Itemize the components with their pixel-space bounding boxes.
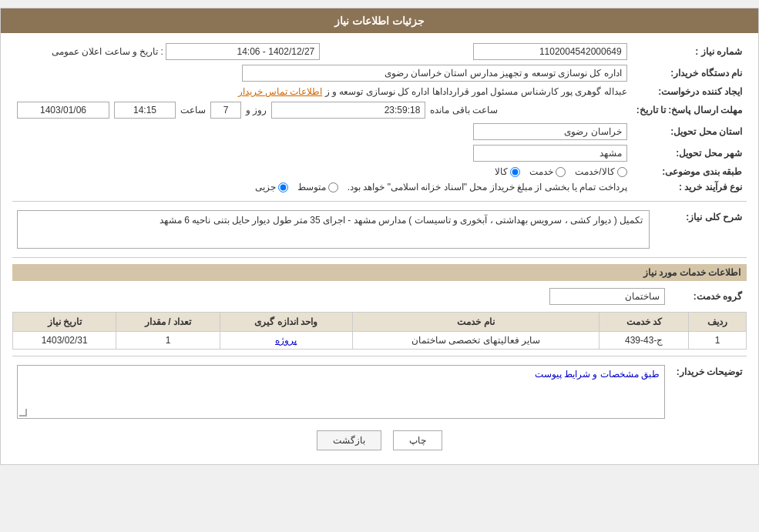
shomara-niaz-box: 1102004542000649 [473, 43, 627, 60]
button-row: چاپ بازگشت [12, 430, 747, 450]
radio-khadamat: خدمت [529, 166, 566, 177]
faravaand-value: پرداخت تمام یا بخشی از مبلغ خریداز محل "… [12, 179, 632, 195]
ostan-label: استان محل تحویل: [632, 121, 747, 142]
col-qty: تعداد / مقدار [116, 313, 220, 332]
tabaghebandi-radio-group: کالا/خدمت خدمت کالا [17, 166, 627, 177]
col-radif: ردیف [689, 313, 747, 332]
radio-kala-khadamat-input[interactable] [617, 167, 627, 177]
content-area: شماره نیاز : 1102004542000649 نام دستگاه… [1, 33, 758, 464]
group-khadamat-table: گروه خدمت: ساختمان [12, 286, 747, 307]
tarikh-box: 1402/12/27 - 14:06 [166, 43, 320, 60]
cell-radif: 1 [689, 332, 747, 350]
col-code: کد خدمت [599, 313, 689, 332]
cell-unit: پروژه [220, 332, 352, 350]
info-table: شماره نیاز : 1102004542000649 نام دستگاه… [12, 41, 747, 195]
cell-code: ج-43-439 [599, 332, 689, 350]
tarikh-text: 1402/12/27 - 14:06 [237, 46, 315, 57]
services-section-title: اطلاعات خدمات مورد نیاز [12, 264, 747, 281]
radio-mutavasit-label: متوسط [297, 182, 326, 192]
cell-name: سایر فعالیتهای تخصصی ساختمان [352, 332, 599, 350]
sharh-niaz-text: تکمیل ( دیوار کشی ، سرویس بهداشتی ، آبخو… [160, 215, 643, 226]
shomara-row: شماره نیاز : 1102004542000649 نام دستگاه… [12, 41, 747, 62]
tozihat-row: توضیحات خریدار: طبق مشخصات و شرایط پیوست [12, 363, 747, 421]
radio-mutavasit: متوسط [297, 182, 338, 192]
ijad-konande-row: ایجاد کننده درخواست: عبداله گوهری پور کا… [12, 84, 747, 99]
ijad-konande-value: عبداله گوهری پور کارشناس مسئول امور قرار… [12, 84, 632, 99]
radio-kala-label: کالا [495, 166, 508, 177]
nam-dastgah-row: نام دستگاه خریدار: اداره کل نوسازی توسعه… [12, 62, 747, 84]
saat-box: 14:15 [114, 102, 176, 119]
tozihat-table: توضیحات خریدار: طبق مشخصات و شرایط پیوست [12, 363, 747, 421]
cell-date: 1403/02/31 [13, 332, 116, 350]
table-header: ردیف کد خدمت نام خدمت واحد اندازه گیری ت… [13, 313, 747, 332]
sharh-niaz-label: شرح کلی نیاز: [654, 208, 747, 251]
sharh-niaz-box: تکمیل ( دیوار کشی ، سرویس بهداشتی ، آبخو… [17, 210, 650, 249]
faravaand-note: پرداخت تمام یا بخشی از مبلغ خریداز محل "… [348, 182, 627, 192]
faravaand-radio-group: پرداخت تمام یا بخشی از مبلغ خریداز محل "… [17, 182, 627, 192]
ostan-value: خراسان رضوی [12, 121, 632, 142]
tarikh-label-text: : تاریخ و ساعت اعلان عمومی [52, 46, 163, 57]
baghimande-text: ساعت باقی مانده [430, 105, 498, 115]
ijad-konande-label: ایجاد کننده درخواست: [632, 84, 747, 99]
faravaand-row: نوع فرآیند خرید : پرداخت تمام یا بخشی از… [12, 179, 747, 195]
shahr-row: شهر محل تحویل: مشهد [12, 142, 747, 164]
page-container: جزئیات اطلاعات نیاز شماره نیاز : 1102004… [0, 8, 759, 465]
tozihat-text: طبق مشخصات و شرایط پیوست [535, 369, 660, 380]
table-body: 1 ج-43-439 سایر فعالیتهای تخصصی ساختمان … [13, 332, 747, 350]
date-box: 1403/01/06 [17, 102, 109, 119]
unit-link[interactable]: پروژه [275, 335, 297, 346]
radio-jozi-input[interactable] [278, 182, 288, 192]
table-header-row: ردیف کد خدمت نام خدمت واحد اندازه گیری ت… [13, 313, 747, 332]
rooz-box: 7 [210, 102, 241, 119]
radio-khadamat-input[interactable] [556, 167, 566, 177]
shahr-value: مشهد [12, 142, 632, 164]
group-khadamat-value: ساختمان [12, 286, 670, 307]
rooz-label: روز و [246, 105, 267, 115]
tozihat-value: طبق مشخصات و شرایط پیوست [12, 363, 670, 421]
radio-jozi-label: جزیی [255, 182, 276, 192]
page-header: جزئیات اطلاعات نیاز [1, 8, 758, 33]
tozihat-label: توضیحات خریدار: [670, 363, 747, 421]
radio-jozi: جزیی [255, 182, 288, 192]
divider-1 [12, 201, 747, 202]
sharh-niaz-table: شرح کلی نیاز: تکمیل ( دیوار کشی ، سرویس … [12, 208, 747, 251]
baghimande-box: 23:59:18 [271, 102, 425, 119]
sharh-niaz-value: تکمیل ( دیوار کشی ، سرویس بهداشتی ، آبخو… [12, 208, 654, 251]
mohlat-label: مهلت ارسال پاسخ: تا تاریخ: [632, 99, 747, 121]
group-khadamat-row: گروه خدمت: ساختمان [12, 286, 747, 307]
tarikh-value-cell: 1402/12/27 - 14:06 : تاریخ و ساعت اعلان … [12, 41, 324, 62]
tarikh-label-cell: نام دستگاه خریدار: [324, 41, 448, 62]
print-button[interactable]: چاپ [393, 430, 442, 450]
col-name: نام خدمت [352, 313, 599, 332]
faravaand-label: نوع فرآیند خرید : [632, 179, 747, 195]
radio-kala-khadamat-label: کالا/خدمت [575, 166, 614, 177]
shomara-niaz-label: شماره نیاز : [632, 41, 747, 62]
col-date: تاریخ نیاز [13, 313, 116, 332]
shomara-niaz-value: 1102004542000649 [448, 41, 631, 62]
ostan-row: استان محل تحویل: خراسان رضوی [12, 121, 747, 142]
ijad-konande-text: عبداله گوهری پور کارشناس مسئول امور قرار… [325, 86, 627, 97]
back-button[interactable]: بازگشت [317, 430, 381, 450]
sharh-niaz-row: شرح کلی نیاز: تکمیل ( دیوار کشی ، سرویس … [12, 208, 747, 251]
resize-handle[interactable] [19, 409, 27, 417]
tozihat-box: طبق مشخصات و شرایط پیوست [17, 365, 665, 419]
mohlat-row: مهلت ارسال پاسخ: تا تاریخ: ساعت باقی مان… [12, 99, 747, 121]
time-row: ساعت باقی مانده 23:59:18 روز و 7 ساعت 14… [17, 102, 627, 119]
tabaghebandi-row: طبقه بندی موضوعی: کالا/خدمت خدمت [12, 164, 747, 179]
shahr-box: مشهد [473, 145, 627, 162]
services-data-table: ردیف کد خدمت نام خدمت واحد اندازه گیری ت… [12, 312, 747, 350]
saat-label: ساعت [180, 105, 206, 115]
divider-2 [12, 257, 747, 258]
cell-qty: 1 [116, 332, 220, 350]
radio-kala-input[interactable] [510, 167, 520, 177]
page-title: جزئیات اطلاعات نیاز [334, 15, 425, 27]
tabaghebandi-label: طبقه بندی موضوعی: [632, 164, 747, 179]
ostan-box: خراسان رضوی [473, 123, 627, 140]
ettelaat-tamas-link[interactable]: اطلاعات تماس خریدار [238, 86, 323, 97]
group-khadamat-box: ساختمان [549, 288, 665, 305]
radio-kala-khadamat: کالا/خدمت [575, 166, 626, 177]
nam-dastgah-box: اداره کل نوسازی توسعه و تجهیز مدارس استا… [242, 65, 627, 82]
table-row: 1 ج-43-439 سایر فعالیتهای تخصصی ساختمان … [13, 332, 747, 350]
shahr-label: شهر محل تحویل: [632, 142, 747, 164]
radio-mutavasit-input[interactable] [328, 182, 338, 192]
